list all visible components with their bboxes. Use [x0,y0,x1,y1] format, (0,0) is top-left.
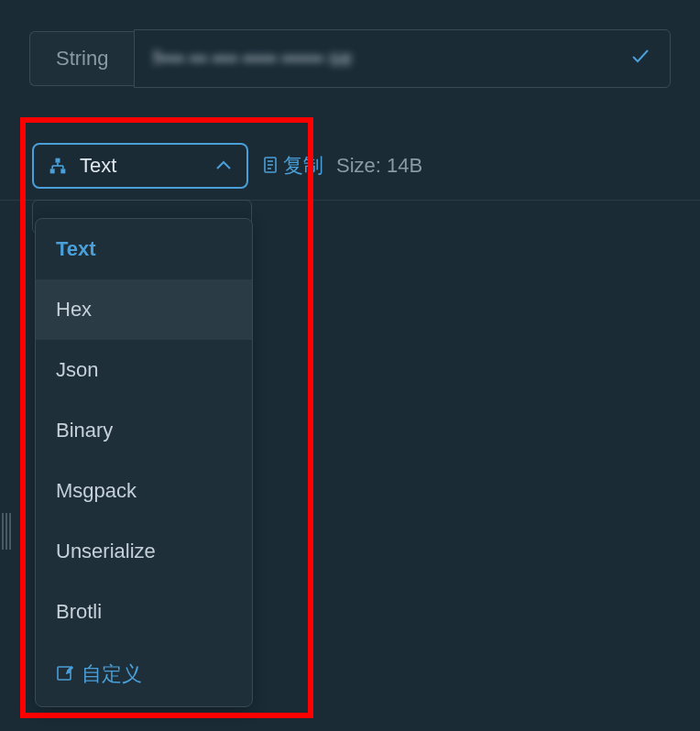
value-text: f▪▪▪·▪▪·▪▪▪·▪▪▪▪·▪▪▪▪▪·se [153,47,618,71]
check-icon[interactable] [629,45,651,72]
resize-handle[interactable] [0,513,15,550]
format-dropdown: Text Hex Json Binary Msgpack Unserialize… [35,218,253,707]
copy-button[interactable]: 复制 [261,152,323,180]
format-row: Text 复制 Size: 14B [0,125,700,189]
dropdown-option-brotli[interactable]: Brotli [36,582,252,642]
dropdown-option-msgpack[interactable]: Msgpack [36,461,252,521]
format-select-button[interactable]: Text [32,143,248,189]
copy-icon [261,156,279,176]
svg-rect-0 [56,158,60,163]
dropdown-custom-label: 自定义 [82,660,142,688]
svg-rect-2 [60,169,65,173]
header-bar: String f▪▪▪·▪▪·▪▪▪·▪▪▪▪·▪▪▪▪▪·se [0,0,700,88]
copy-label: 复制 [283,152,323,180]
tree-icon [49,157,67,175]
edit-icon [56,665,74,683]
chevron-up-icon [215,157,232,176]
size-label: Size: 14B [336,154,422,178]
dropdown-option-custom[interactable]: 自定义 [36,642,252,706]
dropdown-option-json[interactable]: Json [36,340,252,400]
svg-rect-1 [50,169,55,173]
dropdown-option-hex[interactable]: Hex [36,279,252,340]
format-current-label: Text [80,154,202,178]
dropdown-option-text[interactable]: Text [36,219,252,279]
dropdown-option-binary[interactable]: Binary [36,400,252,461]
type-label: String [29,31,134,86]
value-field[interactable]: f▪▪▪·▪▪·▪▪▪·▪▪▪▪·▪▪▪▪▪·se [134,29,671,88]
dropdown-option-unserialize[interactable]: Unserialize [36,521,252,582]
